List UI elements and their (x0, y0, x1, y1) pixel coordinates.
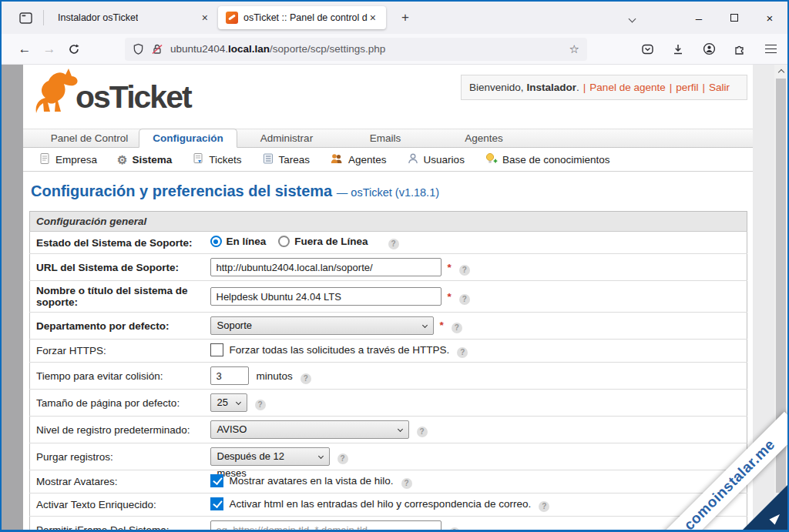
back-button[interactable]: ← (12, 38, 37, 61)
help-icon[interactable]: ? (417, 427, 428, 437)
gear-icon: ⚙ (117, 154, 127, 166)
field-controls: Activar html en las entradas del hilo y … (204, 494, 747, 517)
checkbox[interactable] (210, 497, 223, 510)
tab-title: osTicket :: Panel de control del a (243, 12, 368, 23)
subnav-item-sistema[interactable]: ⚙Sistema (117, 154, 172, 166)
shield-icon[interactable] (133, 43, 144, 55)
tab-divider (43, 10, 44, 25)
tab-osticket-panel[interactable]: osTicket :: Panel de control del a × (218, 6, 386, 29)
list-all-tabs-button[interactable] (622, 6, 643, 29)
checkbox-label[interactable]: Forzar todas las solicitudes a través de… (230, 344, 450, 356)
osticket-favicon (226, 12, 238, 24)
subnav-item-agentes[interactable]: Agentes (330, 152, 387, 167)
vertical-scrollbar[interactable] (774, 65, 787, 530)
help-icon[interactable]: ? (449, 527, 460, 530)
select-dropdown[interactable]: Después de 12 meses (210, 447, 330, 466)
help-icon[interactable]: ? (539, 501, 549, 512)
subnav-item-base-de-conocimientos[interactable]: Base de conocimientos (485, 152, 610, 167)
ticket-icon (192, 152, 204, 167)
form-row: Nivel de registro predeterminado:AVISO? (30, 417, 747, 443)
url-bar[interactable]: ubuntu2404.local.lan/soporte/scp/setting… (125, 38, 587, 61)
checkbox[interactable] (210, 343, 223, 356)
menu-hamburger-icon[interactable] (761, 40, 780, 59)
form-row: Purgar registros:Después de 12 meses? (30, 443, 747, 470)
main-tab-panel-de-control[interactable]: Panel de Control (40, 129, 139, 147)
main-tab-emails[interactable]: Emails (336, 129, 435, 147)
profile-link[interactable]: perfil (676, 82, 698, 93)
main-tab-configuración[interactable]: Configuración (139, 129, 237, 148)
minimize-button[interactable]: – (681, 2, 717, 34)
logout-link[interactable]: Salir (709, 82, 730, 93)
subnav-item-tareas[interactable]: Tareas (262, 152, 311, 167)
field-controls: Forzar todas las solicitudes a través de… (204, 340, 747, 363)
browser-tab-bar: Instalador osTicket × osTicket :: Panel … (2, 2, 787, 34)
close-tab-icon[interactable]: × (200, 12, 210, 24)
maximize-button[interactable] (717, 2, 752, 34)
form-row: Forzar HTTPS:Forzar todas las solicitude… (30, 340, 747, 363)
forward-button[interactable]: → (37, 38, 62, 61)
osticket-logo: osTicket (32, 67, 191, 116)
help-icon[interactable]: ? (255, 400, 266, 410)
subnav-item-usuarios[interactable]: Usuarios (407, 152, 465, 167)
pocket-icon[interactable] (638, 40, 656, 59)
reload-button[interactable] (62, 38, 86, 61)
downloads-icon[interactable] (669, 40, 687, 59)
help-icon[interactable]: ? (457, 347, 468, 358)
close-window-button[interactable]: × (752, 2, 787, 34)
settings-content: Configuración y preferencias del sistema… (23, 172, 753, 530)
maximize-icon (730, 14, 738, 22)
main-tab-agentes[interactable]: Agentes (435, 129, 533, 147)
radio-label[interactable]: Fuera de Línea (294, 236, 368, 247)
field-suffix: minutos (257, 370, 293, 382)
tab-instalador-osticket[interactable]: Instalador osTicket × (50, 6, 218, 29)
form-row: Permitir iFrame Del Sistema:? (30, 517, 747, 530)
field-label: Forzar HTTPS: (30, 340, 204, 363)
checkbox[interactable] (210, 474, 223, 487)
kangaroo-logo-icon (32, 67, 80, 116)
help-icon[interactable]: ? (452, 323, 462, 333)
help-icon[interactable]: ? (300, 373, 311, 384)
chevron-down-icon (629, 15, 636, 23)
text-input[interactable] (210, 366, 249, 385)
field-controls: *? (204, 281, 747, 313)
select-dropdown[interactable]: AVISO (210, 420, 409, 439)
text-input[interactable] (210, 258, 442, 276)
field-controls: Mostrar avatares en la vista de hilo.? (204, 470, 747, 494)
scroll-up-button[interactable] (774, 66, 787, 79)
form-row: Nombre o título del sistema de soporte:*… (30, 281, 747, 313)
new-tab-button[interactable]: + (395, 8, 415, 27)
field-controls: AVISO? (204, 417, 747, 443)
checkbox-label[interactable]: Mostrar avatares en la vista de hilo. (230, 475, 394, 487)
help-icon[interactable]: ? (388, 239, 399, 249)
account-icon[interactable] (700, 40, 718, 59)
select-dropdown[interactable]: 25 (210, 393, 247, 412)
knowledgebase-icon (485, 152, 498, 167)
help-icon[interactable]: ? (459, 294, 470, 305)
bookmark-star-icon[interactable]: ☆ (569, 42, 579, 56)
subnav-item-empresa[interactable]: Empresa (39, 152, 97, 167)
help-icon[interactable]: ? (459, 265, 470, 276)
field-label: Tamaño de página por defecto: (30, 390, 204, 417)
page-viewport: osTicket Bienvenido, Instalador. | Panel… (2, 65, 787, 530)
checkbox-label[interactable]: Activar html en las entradas del hilo y … (230, 498, 532, 510)
subnav-item-tickets[interactable]: Tickets (192, 152, 241, 167)
help-icon[interactable]: ? (337, 453, 348, 464)
field-label: Mostrar Avatares: (30, 470, 204, 494)
text-input[interactable] (210, 520, 442, 530)
osticket-page: osTicket Bienvenido, Instalador. | Panel… (23, 65, 753, 530)
required-asterisk: * (448, 262, 452, 273)
agent-panel-link[interactable]: Panel de agente (589, 82, 665, 93)
help-icon[interactable]: ? (401, 478, 412, 489)
insecure-lock-icon[interactable] (151, 43, 163, 55)
form-row: Activar Texto Enriquecido:Activar html e… (30, 494, 747, 517)
radio-label[interactable]: En línea (227, 236, 267, 247)
text-input[interactable] (210, 287, 442, 306)
radio-en-línea[interactable] (210, 236, 222, 247)
required-asterisk: * (440, 320, 444, 331)
select-dropdown[interactable]: Soporte (210, 316, 434, 335)
radio-fuera-de-línea[interactable] (278, 236, 290, 247)
extensions-puzzle-icon[interactable] (730, 40, 749, 59)
firefox-view-button[interactable] (14, 7, 37, 28)
close-tab-icon[interactable]: × (368, 12, 378, 24)
main-tab-administrar[interactable]: Administrar (237, 129, 336, 147)
